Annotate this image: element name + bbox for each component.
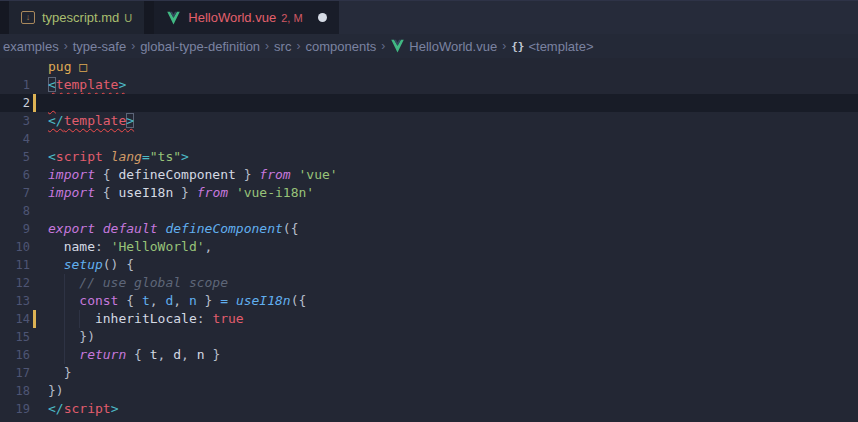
git-modified-indicator — [33, 94, 36, 112]
code-token: "ts" — [150, 149, 181, 164]
code-token: n — [197, 347, 205, 362]
error-squiggle — [48, 95, 56, 110]
code-editor[interactable]: pug □1<template>2 3</template>45<script … — [0, 58, 858, 422]
code-token: 'vue-i18n' — [236, 185, 314, 200]
line-number[interactable]: 9 — [0, 220, 30, 238]
code-token: return — [79, 347, 126, 362]
indent-guide-line — [64, 310, 65, 328]
code-line[interactable]: 7import { useI18n } from 'vue-i18n' — [0, 184, 858, 202]
code-token: , — [173, 293, 189, 308]
line-content: import { useI18n } from 'vue-i18n' — [44, 184, 314, 202]
code-line[interactable]: 17 } — [0, 364, 858, 382]
code-token: // use global scope — [79, 275, 228, 290]
gutter — [30, 58, 44, 76]
line-content: <script lang="ts"> — [44, 148, 189, 166]
line-number[interactable]: 4 — [0, 130, 30, 148]
line-number[interactable]: 18 — [0, 382, 30, 400]
breadcrumb-item-src[interactable]: src — [274, 39, 291, 54]
code-token: : — [197, 311, 213, 326]
code-line[interactable]: 15 }) — [0, 328, 858, 346]
line-number[interactable]: 1 — [0, 76, 30, 94]
gutter — [30, 274, 44, 292]
error-token: template — [64, 113, 127, 128]
gutter — [30, 346, 44, 364]
line-content: </template> — [44, 112, 134, 130]
line-number[interactable]: 7 — [0, 184, 30, 202]
code-token: , — [158, 347, 174, 362]
code-token: inheritLocale — [95, 311, 197, 326]
code-token: default — [103, 221, 158, 236]
breadcrumb-separator: › — [64, 39, 68, 53]
tab-typescript.md[interactable]: ↓typescript.mdU — [9, 1, 154, 34]
code-line[interactable]: 19</script> — [0, 400, 858, 418]
line-number[interactable]: 14 — [0, 310, 30, 328]
code-token: useI18n — [118, 185, 173, 200]
line-number[interactable]: 5 — [0, 148, 30, 166]
code-token: n — [189, 293, 197, 308]
gutter — [30, 256, 44, 274]
breadcrumb-item-template[interactable]: {}<template> — [511, 39, 593, 54]
line-number[interactable]: 3 — [0, 112, 30, 130]
code-line[interactable]: 2 — [0, 94, 858, 112]
code-line[interactable]: 11 setup() { — [0, 256, 858, 274]
line-number[interactable] — [0, 58, 30, 76]
code-line[interactable]: 16 return { t, d, n } — [0, 346, 858, 364]
indent-guide-line — [64, 292, 65, 310]
code-token: , — [150, 293, 166, 308]
code-line[interactable]: 13 const { t, d, n } = useI18n({ — [0, 292, 858, 310]
line-content: setup() { — [44, 256, 134, 274]
code-token: ({ — [291, 293, 307, 308]
indent-guide-line — [64, 346, 65, 364]
line-number[interactable]: 13 — [0, 292, 30, 310]
code-line[interactable]: 5<script lang="ts"> — [0, 148, 858, 166]
line-number[interactable]: 15 — [0, 328, 30, 346]
line-number[interactable]: 6 — [0, 166, 30, 184]
code-token: : — [95, 239, 111, 254]
code-line[interactable]: 6import { defineComponent } from 'vue' — [0, 166, 858, 184]
code-token: useI18n — [236, 293, 291, 308]
breadcrumb-label: <template> — [528, 39, 593, 54]
line-number[interactable]: 10 — [0, 238, 30, 256]
code-line[interactable]: 3</template> — [0, 112, 858, 130]
code-line[interactable]: 9export default defineComponent({ — [0, 220, 858, 238]
line-number[interactable]: 16 — [0, 346, 30, 364]
error-token: template — [56, 77, 119, 92]
code-line[interactable]: 18}) — [0, 382, 858, 400]
breadcrumb-item-examples[interactable]: examples — [3, 39, 59, 54]
tab-label: HelloWorld.vue — [188, 10, 276, 25]
line-number[interactable]: 2 — [0, 94, 30, 112]
gutter — [30, 364, 44, 382]
line-content: } — [44, 364, 71, 382]
code-token: export — [48, 221, 95, 236]
dirty-indicator[interactable] — [318, 13, 327, 22]
code-line[interactable]: 12 // use global scope — [0, 274, 858, 292]
breadcrumb-item-HelloWorld.vue[interactable]: HelloWorld.vue — [390, 39, 497, 54]
error-token: < — [48, 77, 56, 92]
code-line[interactable]: 8 — [0, 202, 858, 220]
vscode-window: ↓typescript.mdUHelloWorld.vue2, M exampl… — [0, 0, 858, 422]
breadcrumb-item-global-type-definition[interactable]: global-type-definition — [140, 39, 260, 54]
indent-guide-line — [64, 328, 65, 346]
line-number[interactable]: 17 — [0, 364, 30, 382]
code-token: < — [48, 149, 56, 164]
code-token — [48, 311, 95, 326]
code-line[interactable]: pug □ — [0, 58, 858, 76]
gutter — [30, 238, 44, 256]
line-number[interactable]: 8 — [0, 202, 30, 220]
breadcrumb-item-components[interactable]: components — [305, 39, 376, 54]
code-line[interactable]: 1<template> — [0, 76, 858, 94]
breadcrumb-item-type-safe[interactable]: type-safe — [73, 39, 126, 54]
code-token: { — [118, 293, 141, 308]
code-token: } — [173, 185, 196, 200]
code-token: </ — [48, 401, 64, 416]
code-token: name — [64, 239, 95, 254]
tab-HelloWorld.vue[interactable]: HelloWorld.vue2, M — [154, 1, 338, 34]
line-number[interactable]: 11 — [0, 256, 30, 274]
code-line[interactable]: 14 inheritLocale: true — [0, 310, 858, 328]
line-number[interactable]: 19 — [0, 400, 30, 418]
code-token: () { — [103, 257, 134, 272]
code-line[interactable]: 4 — [0, 130, 858, 148]
code-line[interactable]: 10 name: 'HelloWorld', — [0, 238, 858, 256]
gutter — [30, 328, 44, 346]
line-number[interactable]: 12 — [0, 274, 30, 292]
